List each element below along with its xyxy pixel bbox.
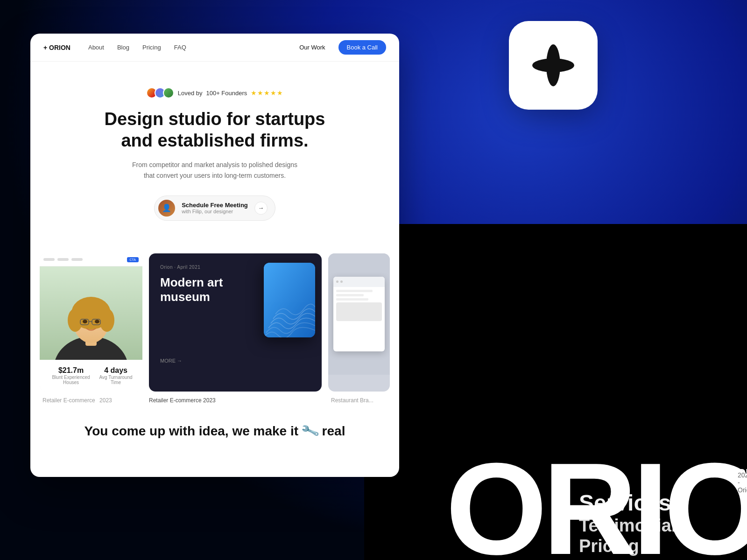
screen-dot-2 <box>340 280 343 283</box>
portfolio-label-3-text: Restaurant Bra... <box>331 397 374 404</box>
svg-point-7 <box>83 320 87 323</box>
right-nav-testimonials[interactable]: Testimonials <box>579 516 728 536</box>
hero-section: Loved by 100+ Founders ★★★★★ Design stud… <box>30 62 399 239</box>
hero-avatars <box>146 87 174 98</box>
app-icon <box>509 21 598 110</box>
portfolio-label-2-text: Retailer E-commerce <box>149 397 202 404</box>
footer-actions: 2024 - Orion Remix for Free <box>738 465 747 499</box>
schedule-arrow-icon: → <box>254 202 268 215</box>
schedule-text: Schedule Free Meeting with Filip, our de… <box>182 202 248 214</box>
svg-rect-12 <box>264 263 315 337</box>
avatar-3 <box>163 87 174 98</box>
stat-days-label: Avg Turnaround Time <box>96 375 136 385</box>
svg-point-6 <box>99 308 114 332</box>
svg-point-8 <box>95 320 99 323</box>
nav-about[interactable]: About <box>88 44 104 51</box>
bottom-cta-text: You come up with idea, we make it 🔧 real <box>30 409 399 439</box>
right-nav-services[interactable]: Services <box>579 490 728 516</box>
nav-book-call-button[interactable]: Book a Call <box>338 40 386 55</box>
dark-bottom-section: ORION Services Testimonials Pricing FAQ … <box>364 224 747 560</box>
portfolio-card-2[interactable]: Orion · April 2021 Modern art museum MOR… <box>149 253 322 392</box>
portfolio-section: CTA <box>30 239 399 392</box>
right-nav-faq[interactable]: FAQ <box>579 557 728 560</box>
stat-revenue-label: Blunt Experienced Houses <box>46 375 96 385</box>
nav-ourwork[interactable]: Our Work <box>299 44 325 51</box>
nav-pricing[interactable]: Pricing <box>142 44 161 51</box>
hero-loved-text: Loved by <box>178 90 203 97</box>
stat-revenue: $21.7m Blunt Experienced Houses <box>46 366 96 385</box>
right-panel: ORION Services Testimonials Pricing FAQ … <box>364 0 747 560</box>
screen-dot-1 <box>336 280 338 283</box>
artwork-svg <box>264 263 315 337</box>
portfolio-label-3: Restaurant Bra... <box>328 397 399 404</box>
hero-title-line1: Design studio for startups <box>105 109 325 129</box>
nav-logo-text: + ORION <box>43 44 70 51</box>
portfolio-card-1-image <box>40 266 142 360</box>
port-card2-title-line1: Modern art <box>160 275 223 289</box>
hero-stars: ★★★★★ <box>251 89 283 97</box>
portfolio-labels: Retailer E-commerce 2023 Retailer E-comm… <box>30 392 399 409</box>
portfolio-label-2-year: 2023 <box>203 397 216 404</box>
screen-content <box>333 287 385 324</box>
schedule-title: Schedule Free Meeting <box>182 202 248 209</box>
schedule-meeting-button[interactable]: 👤 Schedule Free Meeting with Filip, our … <box>154 196 275 221</box>
right-navigation: Services Testimonials Pricing FAQ <box>560 471 747 560</box>
portrait-svg <box>40 266 142 360</box>
portfolio-card-1-stats: $21.7m Blunt Experienced Houses 4 days A… <box>40 360 142 392</box>
hero-subtitle: From competitor and market analysis to p… <box>131 160 299 181</box>
portfolio-label-2: Retailer E-commerce 2023 <box>149 397 322 404</box>
screen-line-2 <box>336 294 364 296</box>
right-nav-faq-label: FAQ <box>579 557 615 560</box>
screen-line-3 <box>336 298 368 301</box>
portfolio-label-1-text: Retailer E-commerce <box>42 397 95 404</box>
right-nav-testimonials-label: Testimonials <box>579 516 686 535</box>
bottom-text-line1: You come up with idea, we make it <box>85 424 298 438</box>
nav-faq[interactable]: FAQ <box>174 44 186 51</box>
wrench-icon: 🔧 <box>300 421 320 441</box>
screen-image-placeholder <box>336 302 382 321</box>
portfolio-card-1[interactable]: CTA <box>40 253 142 392</box>
right-nav-pricing-label: Pricing <box>579 536 639 556</box>
bottom-text-line2: real <box>322 424 345 438</box>
screen-line-1 <box>336 290 373 292</box>
hero-title: Design studio for startups and establish… <box>43 109 386 151</box>
right-nav-pricing[interactable]: Pricing <box>579 536 728 557</box>
copyright-text: 2024 - Orion <box>738 471 747 494</box>
main-website-card: + ORION About Blog Pricing FAQ Our Work … <box>30 34 399 477</box>
hero-title-line2: and established firms. <box>121 131 308 150</box>
designer-avatar: 👤 <box>158 200 175 217</box>
screen-header <box>333 277 385 287</box>
portfolio-card-3[interactable] <box>328 253 390 392</box>
stat-revenue-value: $21.7m <box>46 366 96 375</box>
portfolio-card-3-inner <box>328 253 390 375</box>
right-nav-services-label: Services <box>579 490 671 515</box>
portfolio-card-3-screen <box>333 277 385 351</box>
hero-social-proof: Loved by 100+ Founders ★★★★★ <box>43 87 386 98</box>
nav-logo[interactable]: + ORION <box>43 44 70 51</box>
portfolio-card-1-header: CTA <box>40 253 142 266</box>
portfolio-label-1: Retailer E-commerce 2023 <box>40 397 142 404</box>
schedule-subtitle: with Filip, our designer <box>182 209 248 214</box>
hero-founder-count: 100+ Founders <box>206 90 247 97</box>
artwork-card <box>264 263 315 337</box>
tiny-nav-button: CTA <box>127 257 139 262</box>
portfolio-card-2-more[interactable]: MORE → <box>160 358 310 364</box>
port-card2-title-line2: museum <box>160 290 210 304</box>
four-star-icon <box>532 44 574 86</box>
stat-days-value: 4 days <box>96 366 136 375</box>
portfolio-label-1-year: 2023 <box>99 397 112 404</box>
nav-blog[interactable]: Blog <box>117 44 129 51</box>
stat-days: 4 days Avg Turnaround Time <box>96 366 136 385</box>
navigation: + ORION About Blog Pricing FAQ Our Work … <box>30 34 399 62</box>
